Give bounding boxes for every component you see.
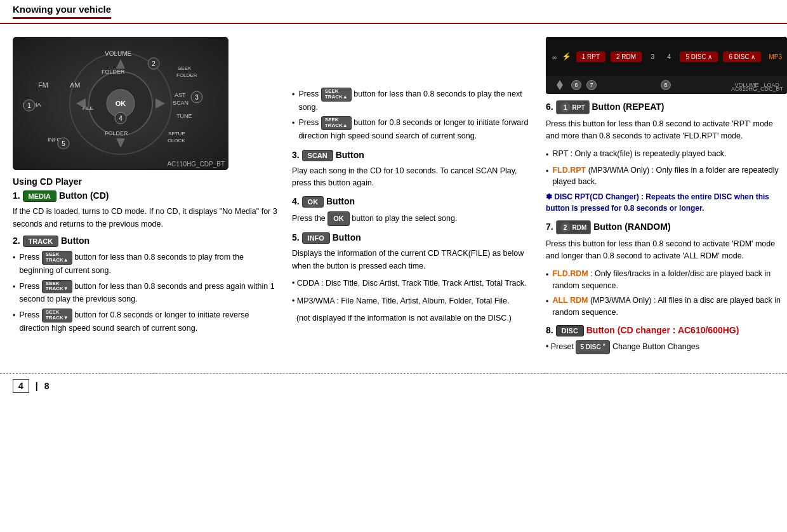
section-3: 3. SCAN Button Play each song in the CD … — [292, 150, 533, 190]
svg-marker-7 — [116, 138, 125, 148]
s3-heading: Button — [336, 150, 364, 160]
s4-body-post: button to play the select song. — [352, 214, 457, 223]
s1-media-btn[interactable]: MEDIA — [23, 190, 56, 202]
s6-num: 6. — [546, 102, 553, 112]
svg-text:FOLDER: FOLDER — [176, 72, 197, 78]
svg-marker-6 — [116, 59, 125, 69]
s5-body: Displays the information of the current … — [292, 248, 533, 272]
section-7: 7. 2RDM Button (RANDOM) Press this butto… — [546, 220, 787, 319]
s5-num: 5. — [292, 232, 300, 243]
ri-6disc-btn[interactable]: 6 DISC ∧ — [723, 51, 761, 62]
s2-bullet2: • Press SEEKTRACK▼ button for less than … — [13, 280, 279, 305]
s4-title: 4. OK Button — [292, 196, 533, 208]
s2-b3-press: Press — [19, 310, 39, 319]
s8-title: 8. DISC Button (CD changer : AC610/600HG… — [546, 325, 787, 336]
s1-num: 1. — [13, 190, 20, 201]
svg-text:2: 2 — [152, 60, 155, 67]
page-number-left: 4 — [13, 379, 29, 393]
s7-num: 7. — [546, 222, 553, 232]
s8-body-pre: • Preset — [546, 342, 574, 351]
s5-bullet1: • CDDA : Disc Title, Disc Artist, Track … — [292, 277, 533, 289]
s7-b2-pre: ALL RDM — [552, 296, 588, 305]
page-number-right: 8 — [44, 381, 50, 391]
s1-body: If the CD is loaded, turns to CD mode. I… — [13, 206, 279, 230]
s7-b1-pre: FLD.RDM — [552, 269, 588, 278]
s4-heading: Button — [326, 196, 355, 206]
s5-title: 5. INFO Button — [292, 232, 533, 244]
svg-text:SCAN: SCAN — [173, 100, 188, 106]
ri-2rdm-btn[interactable]: 2 RDM — [611, 51, 642, 62]
s6-body: Press this button for less than 0.8 seco… — [546, 118, 787, 143]
right-image-caption: AC610HG_CDC_BT — [731, 86, 783, 92]
svg-marker-35 — [557, 80, 563, 85]
page-header: Knowing your vehicle — [0, 0, 787, 24]
s4-ok-btn-inline[interactable]: OK — [327, 211, 350, 226]
s8-heading: Button (CD changer : AC610/600HG) — [586, 325, 739, 335]
svg-text:SEEK: SEEK — [178, 65, 192, 71]
s7-heading: Button (RANDOM) — [593, 222, 670, 232]
s6-b1-text: RPT : Only a track(file) is repeatedly p… — [552, 148, 726, 161]
s3-num: 3. — [292, 150, 300, 160]
s7-rdm-btn[interactable]: 2RDM — [556, 220, 592, 234]
s7-b2: • ALL RDM (MP3/WMA Only) : All files in … — [546, 295, 787, 319]
seek-down-btn-2[interactable]: SEEKTRACK▼ — [42, 309, 72, 323]
svg-marker-36 — [557, 85, 563, 90]
s6-b1: • RPT : Only a track(file) is repeatedly… — [546, 148, 787, 161]
s1-heading: Button (CD) — [59, 190, 109, 201]
s4-ok-btn[interactable]: OK — [302, 196, 324, 208]
cd-image-caption: AC110HG_CDP_BT — [167, 161, 225, 168]
seek-down-btn-1[interactable]: SEEKTRACK▼ — [42, 280, 72, 294]
s7-body: Press this button for less than 0.8 seco… — [546, 238, 787, 263]
s8-body-post: Change Button Changes — [612, 342, 699, 351]
seek-up-btn-2[interactable]: SEEKTRACK▲ — [321, 88, 352, 102]
s2-track-btn[interactable]: TRACK — [23, 236, 59, 247]
s8-5disc-btn[interactable]: 5 DISC ˅ — [576, 340, 610, 354]
seek-up-btn-1[interactable]: SEEKTRACK▲ — [42, 251, 72, 265]
s2-b1-press: Press — [19, 253, 39, 262]
s5-bullet3: (not displayed if the information is not… — [292, 312, 533, 324]
svg-text:OK: OK — [116, 100, 126, 107]
using-cd-title: Using CD Player — [13, 176, 279, 187]
s5-info-btn[interactable]: INFO — [302, 232, 330, 244]
s1-title: 1. MEDIA Button (CD) — [13, 190, 279, 202]
s8-body: • Preset 5 DISC ˅ Change Button Changes — [546, 340, 787, 354]
s6-heading: Button (REPEAT) — [592, 102, 664, 112]
section-1: 1. MEDIA Button (CD) If the CD is loaded… — [13, 190, 279, 230]
ri-3: 3 — [647, 51, 658, 62]
s3-title: 3. SCAN Button — [292, 150, 533, 161]
center-top-bullets: • Press SEEKTRACK▲ button for less than … — [292, 88, 533, 142]
s8-disc-btn[interactable]: DISC — [556, 325, 584, 336]
page-content: OK FM AM VOLUME — [0, 24, 787, 367]
s3-body: Play each song in the CD for 10 seconds.… — [292, 165, 533, 190]
s6-rpt-btn[interactable]: 1RPT — [556, 100, 590, 114]
c1-bullet1: • Press SEEKTRACK▲ button for less than … — [292, 88, 533, 113]
svg-text:VOLUME: VOLUME — [105, 50, 132, 57]
s2-title: 2. TRACK Button — [13, 236, 279, 247]
ri-num6: 6 — [571, 80, 581, 90]
s7-b1: • FLD.RDM : Only files/tracks in a folde… — [546, 268, 787, 292]
ri-1rpt-btn[interactable]: 1 RPT — [576, 51, 605, 62]
s2-heading: Button — [61, 236, 89, 246]
infinity-logo: ∞Infinity — [551, 50, 557, 63]
svg-text:3: 3 — [195, 94, 199, 101]
section-8: 8. DISC Button (CD changer : AC610/600HG… — [546, 325, 787, 354]
s6-title: 6. 1RPT Button (REPEAT) — [546, 100, 787, 114]
s2-bullet3: • Press SEEKTRACK▼ button for 0.8 second… — [13, 309, 279, 334]
svg-text:AM: AM — [70, 81, 81, 89]
s4-body-pre: Press the — [292, 214, 326, 223]
ri-num8: 8 — [661, 80, 671, 90]
s4-num: 4. — [292, 196, 300, 206]
section-5: 5. INFO Button Displays the information … — [292, 232, 533, 324]
header-title: Knowing your vehicle — [13, 4, 111, 19]
svg-text:FOLDER: FOLDER — [105, 130, 128, 136]
ri-5disc-btn[interactable]: 5 DISC ∧ — [680, 51, 718, 62]
svg-text:TUNE: TUNE — [176, 113, 192, 119]
seek-up-btn-3[interactable]: SEEKTRACK▲ — [321, 116, 352, 130]
section-2: 2. TRACK Button • Press SEEKTRACK▲ butto… — [13, 236, 279, 334]
c1-b2-press: Press — [298, 118, 319, 127]
svg-text:FILE: FILE — [83, 105, 93, 111]
s5-heading: Button — [333, 232, 361, 243]
c1-b1-press: Press — [298, 90, 319, 98]
s3-scan-btn[interactable]: SCAN — [302, 150, 333, 161]
svg-text:AST: AST — [175, 92, 186, 98]
